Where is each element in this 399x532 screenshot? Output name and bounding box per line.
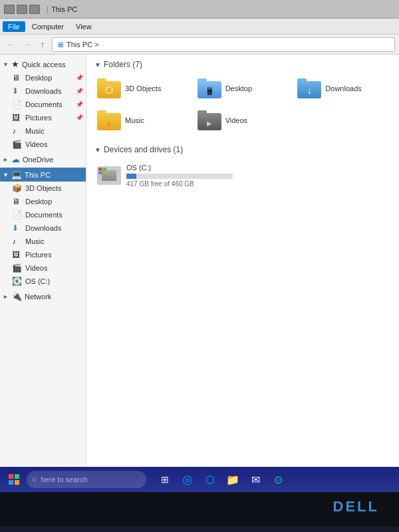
taskbar-mail-button[interactable]: ✉ [245,469,266,490]
menu-view[interactable]: View [70,21,97,32]
pin-icon-2: 📌 [76,88,83,94]
nav-up-button[interactable]: ↑ [36,38,49,51]
sidebar-item-downloads-pc[interactable]: ⬇ Downloads [0,221,86,235]
address-pc-icon: 🖥 [57,41,64,49]
folder-icon-music [97,110,121,130]
sidebar-item-music-label: Music [25,127,45,135]
nav-forward-button[interactable]: → [20,38,33,51]
sidebar-item-music-pc[interactable]: ♪ Music [0,235,86,248]
sidebar-item-pictures-pc[interactable]: 🖼 Pictures [0,248,86,261]
documents-pc-icon: 📄 [12,210,23,219]
folder-icon-3d: ⬡ [97,78,121,98]
sidebar-item-desktop-quick[interactable]: 🖥 Desktop 📌 [0,71,86,84]
folder-item-desktop[interactable]: 🖥 Desktop [195,74,291,102]
quick-access-icon: ★ [11,59,19,69]
sidebar-section-this-pc: ▼ 💻 This PC 📦 3D Objects 🖥 Desktop 📄 Doc… [0,168,86,288]
sidebar-item-pictures-pc-label: Pictures [25,251,52,259]
folder-item-videos[interactable]: Videos [195,106,291,134]
sidebar-item-documents-quick[interactable]: 📄 Documents 📌 [0,98,86,111]
nav-back-button[interactable]: ← [4,38,17,51]
dell-logo: DELL [333,498,379,515]
desktop-pc-icon: 🖥 [12,197,23,206]
folders-section-header: ▼ Folders (7) [94,60,391,69]
sidebar-item-os-c[interactable]: 💽 OS (C:) [0,275,86,288]
sidebar-item-videos-quick[interactable]: 🎬 Videos [0,138,86,151]
sidebar-section-quick-access: ▼ ★ Quick access 🖥 Desktop 📌 ⬇ Downloads… [0,57,86,151]
videos-icon: 🎬 [12,140,23,149]
drives-section-label: Devices and drives (1) [104,145,183,154]
sidebar-onedrive-label: OneDrive [23,156,53,164]
folder-name-videos: Videos [225,116,247,124]
sidebar-item-pictures-label: Pictures [25,114,52,122]
sidebar-item-desktop-label: Desktop [25,74,52,82]
taskbar-search-box[interactable]: ○ here to search [27,471,146,488]
folder-grid: ⬡ 3D Objects 🖥 Desktop [94,74,391,134]
sidebar-item-3d-objects[interactable]: 📦 3D Objects [0,182,86,195]
address-bar[interactable]: 🖥 This PC > [52,37,395,52]
pin-icon: 📌 [76,74,83,81]
sidebar-item-downloads-label: Downloads [25,87,61,95]
content-area: ▼ Folders (7) ⬡ 3D Objects 🖥 [86,55,399,472]
folder-item-3d-objects[interactable]: ⬡ 3D Objects [94,74,191,102]
win-logo-blue [98,172,102,175]
drive-icon: 💽 [12,277,23,286]
sidebar-network-label: Network [25,293,51,301]
sidebar-quick-access-label: Quick access [22,61,65,68]
sidebar-item-3d-label: 3D Objects [25,184,61,192]
folder-icon-videos [198,110,221,130]
chevron-right-network-icon: ► [3,293,9,300]
music-icon: ♪ [12,126,23,136]
chevron-drives-icon: ▼ [94,146,101,154]
sidebar-section-network: ► 🔌 Network [0,289,86,303]
folder-item-music[interactable]: Music [94,106,191,134]
address-bar-text: This PC > [66,41,99,49]
sidebar-item-music-quick[interactable]: ♪ Music [0,124,86,138]
drive-c-icon [97,166,121,185]
title-bar-separator: | [47,5,49,14]
taskbar: ○ here to search ⊞ ◎ ⬡ 📁 ✉ ⊙ [0,467,399,492]
svg-rect-0 [9,474,13,479]
svg-rect-3 [15,480,19,485]
folder-item-downloads[interactable]: Downloads [295,74,391,102]
sidebar-item-desktop-pc[interactable]: 🖥 Desktop [0,195,86,208]
drive-c-size: 417 GB free of 460 GB [126,180,388,188]
explorer: ▼ ★ Quick access 🖥 Desktop 📌 ⬇ Downloads… [0,55,399,472]
taskbar-folder-button[interactable]: 📁 [222,469,243,490]
downloads-icon: ⬇ [12,86,23,96]
drive-item-c[interactable]: OS (C:) 417 GB free of 460 GB [94,160,391,192]
menu-file[interactable]: File [3,21,25,32]
svg-rect-1 [15,474,19,479]
win-logo-green [103,168,107,171]
title-bar-icon-3 [29,5,40,14]
sidebar-network-header[interactable]: ► 🔌 Network [0,289,86,303]
win-logo-red [98,168,102,171]
folder-body-videos [198,113,221,130]
sidebar-item-pictures-quick[interactable]: 🖼 Pictures 📌 [0,111,86,124]
chevron-down-icon: ▼ [3,61,9,68]
sidebar-this-pc-header[interactable]: ▼ 💻 This PC [0,168,86,182]
sidebar-quick-access-header[interactable]: ▼ ★ Quick access [0,57,86,71]
taskbar-settings-button[interactable]: ⊙ [267,469,289,490]
taskbar-cortana-button[interactable]: ◎ [177,469,198,490]
pictures-icon: 🖼 [12,113,23,122]
folder-body-music [97,113,121,130]
start-button[interactable] [4,469,24,489]
sidebar-item-downloads-quick[interactable]: ⬇ Downloads 📌 [0,84,86,98]
sidebar-item-documents-pc[interactable]: 📄 Documents [0,208,86,221]
folder-name-desktop: Desktop [225,84,252,92]
sidebar-item-desktop-pc-label: Desktop [25,198,52,205]
chevron-folders-icon: ▼ [94,61,101,68]
toolbar: ← → ↑ 🖥 This PC > [0,35,399,55]
sidebar-onedrive-header[interactable]: ► ☁ OneDrive [0,152,86,166]
this-pc-icon: 💻 [11,170,22,180]
sidebar-section-onedrive: ► ☁ OneDrive [0,152,86,166]
taskbar-task-view-button[interactable]: ⊞ [154,469,176,490]
sidebar-item-os-c-label: OS (C:) [25,277,50,285]
sidebar-item-videos-label: Videos [25,140,47,148]
folder-icon-downloads [297,78,321,98]
videos-pc-icon: 🎬 [12,263,23,273]
sidebar-item-videos-pc[interactable]: 🎬 Videos [0,261,86,275]
taskbar-edge-button[interactable]: ⬡ [200,469,221,490]
drive-c-name: OS (C:) [126,164,388,172]
menu-computer[interactable]: Computer [27,21,69,32]
